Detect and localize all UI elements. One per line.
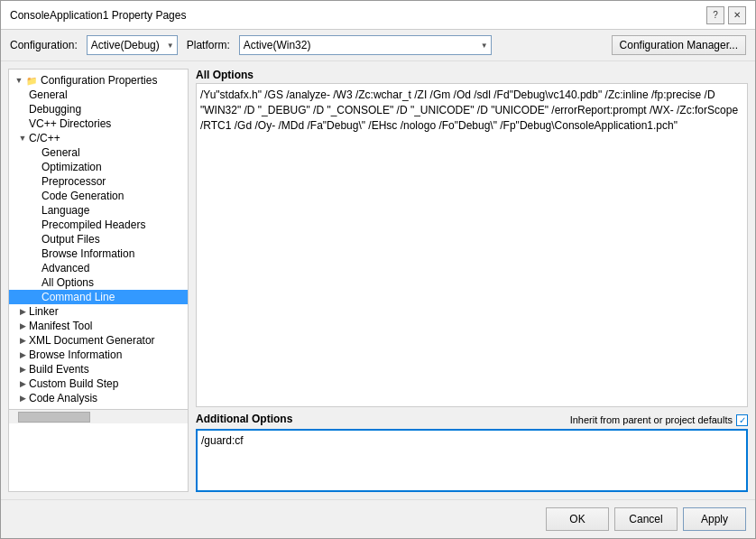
- tree-item-label: Manifest Tool: [29, 320, 92, 332]
- config-label: Configuration:: [10, 39, 78, 51]
- tree-item-cpp-language[interactable]: Language: [9, 203, 188, 218]
- tree-item-label: Preprocessor: [41, 175, 106, 188]
- ok-button[interactable]: OK: [546, 507, 609, 531]
- tree-item-manifest[interactable]: ▶ Manifest Tool: [9, 319, 188, 333]
- tree-item-general[interactable]: General: [9, 88, 188, 102]
- all-options-content: /Yu"stdafx.h" /GS /analyze- /W3 /Zc:wcha…: [200, 88, 738, 132]
- tree-item-cpp-preprocessor[interactable]: Preprocessor: [9, 174, 188, 189]
- title-controls: ? ✕: [706, 6, 746, 24]
- tree-item-custom-build[interactable]: ▶ Custom Build Step: [9, 376, 188, 391]
- hscroll-thumb[interactable]: [18, 412, 90, 423]
- tree-root-label: Configuration Properties: [41, 74, 157, 87]
- help-button[interactable]: ?: [706, 6, 724, 24]
- tree-item-cpp-browse[interactable]: Browse Information: [9, 246, 188, 261]
- dialog: ConsoleApplication1 Property Pages ? ✕ C…: [0, 0, 756, 539]
- tree-root: ▼ 📁 Configuration Properties General Deb…: [9, 70, 188, 409]
- tree-item-label: All Options: [41, 276, 94, 289]
- platform-select-wrapper: Active(Win32): [239, 35, 492, 55]
- tree-panel: ▼ 📁 Configuration Properties General Deb…: [8, 69, 189, 492]
- additional-label: Additional Options: [196, 413, 292, 425]
- tree-hscroll[interactable]: [9, 409, 188, 423]
- tree-item-label: XML Document Generator: [29, 334, 155, 347]
- expand-linker-icon: ▶: [16, 305, 29, 318]
- dialog-title: ConsoleApplication1 Property Pages: [10, 9, 186, 22]
- tree-item-cpp-precompiled[interactable]: Precompiled Headers: [9, 218, 188, 232]
- tree-item-label: VC++ Directories: [29, 117, 111, 130]
- tree-item-cpp-cmdline[interactable]: Command Line: [9, 290, 188, 304]
- tree-item-label: Custom Build Step: [29, 377, 118, 390]
- tree-item-label: C/C++: [29, 132, 60, 144]
- cancel-button[interactable]: Cancel: [614, 507, 678, 531]
- tree-item-label: Advanced: [41, 262, 89, 274]
- config-row: Configuration: Active(Debug) Platform: A…: [1, 30, 755, 61]
- tree-item-label: Language: [41, 204, 89, 217]
- additional-section: Additional Options Inherit from parent o…: [196, 413, 748, 492]
- tree-item-cpp-codegen[interactable]: Code Generation: [9, 189, 188, 203]
- tree-item-cpp-optimization[interactable]: Optimization: [9, 160, 188, 174]
- main-content: ▼ 📁 Configuration Properties General Deb…: [1, 61, 755, 499]
- tree-item-cpp[interactable]: ▼ C/C++: [9, 131, 188, 145]
- tree-item-code-analysis[interactable]: ▶ Code Analysis: [9, 391, 188, 405]
- expand-cpp-icon: ▼: [16, 132, 29, 144]
- inherit-text: Inherit from parent or project defaults: [570, 414, 733, 425]
- config-select-wrapper: Active(Debug): [87, 35, 178, 55]
- title-bar: ConsoleApplication1 Property Pages ? ✕: [1, 1, 755, 30]
- expand-xml-icon: ▶: [16, 334, 29, 347]
- tree-item-label: Browse Information: [41, 247, 134, 260]
- tree-item-label: Browse Information: [29, 348, 122, 361]
- tree-item-cpp-advanced[interactable]: Advanced: [9, 261, 188, 275]
- apply-button[interactable]: Apply: [683, 507, 746, 531]
- tree-item-cpp-output[interactable]: Output Files: [9, 232, 188, 246]
- tree-item-label: Optimization: [41, 161, 102, 173]
- platform-select[interactable]: Active(Win32): [239, 35, 492, 55]
- hscroll-track: [9, 410, 188, 423]
- tree-item-label: Command Line: [41, 291, 115, 303]
- tree-item-label: Linker: [29, 305, 59, 318]
- close-button[interactable]: ✕: [728, 6, 746, 24]
- tree-item-label: Output Files: [41, 233, 100, 246]
- tree-item-cpp-alloptions[interactable]: All Options: [9, 275, 188, 290]
- tree-item-browse-info[interactable]: ▶ Browse Information: [9, 348, 188, 362]
- tree-item-debugging[interactable]: Debugging: [9, 102, 188, 116]
- footer: OK Cancel Apply: [1, 499, 755, 538]
- tree-item-label: Debugging: [29, 103, 81, 116]
- config-manager-button[interactable]: Configuration Manager...: [612, 35, 746, 55]
- inherit-checkbox[interactable]: ✓: [736, 414, 748, 426]
- all-options-label: All Options: [196, 69, 748, 81]
- expand-manifest-icon: ▶: [16, 320, 29, 332]
- tree-item-xml-doc[interactable]: ▶ XML Document Generator: [9, 333, 188, 348]
- config-select[interactable]: Active(Debug): [87, 35, 178, 55]
- tree-item-label: Code Analysis: [29, 392, 97, 404]
- all-options-section: All Options /Yu"stdafx.h" /GS /analyze- …: [196, 69, 748, 407]
- folder-icon: 📁: [25, 74, 38, 87]
- tree-item-linker[interactable]: ▶ Linker: [9, 304, 188, 319]
- platform-label: Platform:: [187, 39, 230, 51]
- tree-item-label: General: [29, 88, 68, 101]
- tree-item-root[interactable]: ▼ 📁 Configuration Properties: [9, 73, 188, 88]
- expand-code-icon: ▶: [16, 392, 29, 404]
- all-options-box: /Yu"stdafx.h" /GS /analyze- /W3 /Zc:wcha…: [196, 83, 748, 407]
- expand-build-icon: ▶: [16, 363, 29, 376]
- tree-item-vcdirs[interactable]: VC++ Directories: [9, 116, 188, 131]
- inherit-label: Inherit from parent or project defaults …: [570, 414, 748, 426]
- additional-header: Additional Options Inherit from parent o…: [196, 413, 748, 427]
- additional-input[interactable]: /guard:cf: [196, 429, 748, 492]
- expand-browse-icon: ▶: [16, 348, 29, 361]
- expand-root-icon: ▼: [13, 74, 25, 87]
- tree-item-build-events[interactable]: ▶ Build Events: [9, 362, 188, 376]
- right-panel: All Options /Yu"stdafx.h" /GS /analyze- …: [196, 69, 748, 492]
- tree-item-label: Build Events: [29, 363, 89, 376]
- tree-item-label: Code Generation: [41, 190, 124, 202]
- tree-item-label: General: [41, 146, 80, 159]
- tree-item-cpp-general[interactable]: General: [9, 145, 188, 160]
- expand-custom-icon: ▶: [16, 377, 29, 390]
- tree-item-label: Precompiled Headers: [41, 218, 145, 231]
